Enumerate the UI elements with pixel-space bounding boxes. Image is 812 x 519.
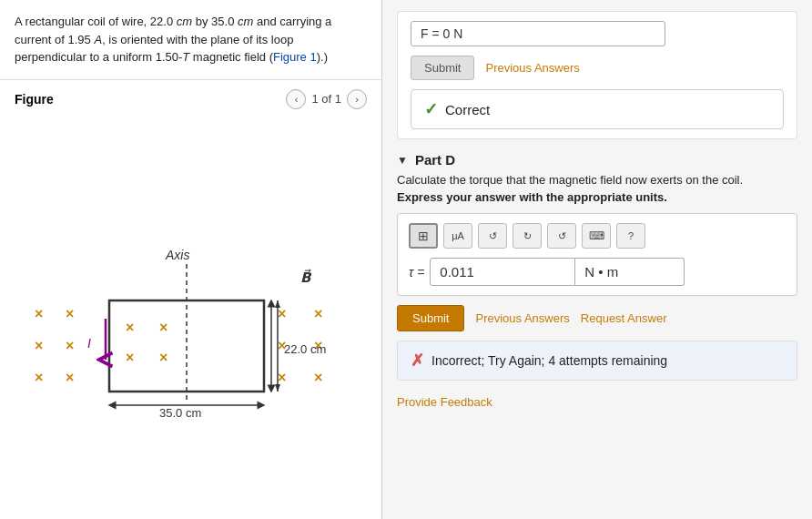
keyboard-button[interactable]: ⌨ [582,223,611,249]
incorrect-x-icon: ✗ [411,351,424,371]
unit-input-field[interactable] [575,258,685,286]
matrix-icon: ⊞ [418,229,429,243]
incorrect-badge: ✗ Incorrect; Try Again; 4 attempts remai… [397,341,797,381]
problem-statement: A rectangular coil of wire, 22.0 cm by 3… [15,15,331,64]
tau-label: τ = [409,265,424,280]
svg-marker-26 [275,300,280,308]
mu-icon: μA [452,230,464,241]
svg-text:×: × [66,370,74,385]
figure-nav: ‹ 1 of 1 › [286,89,367,109]
svg-text:×: × [126,320,134,335]
request-answer-link[interactable]: Request Answer [581,311,667,325]
svg-text:B⃗: B⃗ [300,269,312,285]
toolbar-row: ⊞ μA ↺ ↻ ↺ ⌨ ? [409,223,786,249]
part-d-header: ▼ Part D [382,139,812,173]
feedback-link[interactable]: Provide Feedback [382,386,812,409]
figure-diagram: × × × × × × × × × × × × × × × [15,118,367,511]
previous-answers-link-part-d[interactable]: Previous Answers [475,311,569,325]
answer-box: ⊞ μA ↺ ↻ ↺ ⌨ ? [397,213,797,296]
correct-checkmark-icon: ✓ [424,99,438,119]
matrix-tool-button[interactable]: ⊞ [409,223,438,249]
figure-next-button[interactable]: › [347,89,367,109]
answer-input-row: τ = [409,258,786,286]
redo-button[interactable]: ↻ [513,223,542,249]
correct-badge: ✓ Correct [411,89,784,129]
svg-text:×: × [35,338,43,353]
svg-text:×: × [278,306,286,321]
part-d-description: Calculate the torque that the magnetic f… [397,173,797,187]
figure-counter: 1 of 1 [311,92,341,106]
part-d-title: Part D [415,152,455,168]
part-d-body: Calculate the torque that the magnetic f… [382,173,812,386]
svg-text:×: × [35,306,43,321]
help-icon: ? [628,230,634,241]
right-panel: Submit Previous Answers ✓ Correct ▼ Part… [382,0,812,519]
reset-icon: ↺ [558,230,566,242]
svg-text:×: × [66,338,74,353]
keyboard-icon: ⌨ [589,229,604,242]
svg-text:35.0 cm: 35.0 cm [159,406,201,419]
svg-text:×: × [159,320,167,335]
submit-row-part-d: Submit Previous Answers Request Answer [397,305,797,331]
figure-title: Figure [15,92,54,107]
problem-text: A rectangular coil of wire, 22.0 cm by 3… [0,0,381,80]
left-panel: A rectangular coil of wire, 22.0 cm by 3… [0,0,382,519]
svg-text:×: × [278,370,286,385]
svg-text:×: × [314,306,322,321]
figure-section: Figure ‹ 1 of 1 › × × × × × × [0,80,381,520]
correct-section: Submit Previous Answers ✓ Correct [397,11,797,139]
part-d-expand-icon[interactable]: ▼ [397,154,408,167]
figure-link[interactable]: Figure 1 [273,50,317,64]
svg-text:×: × [159,350,167,365]
undo-icon: ↺ [489,230,497,242]
answer-display-row [411,21,784,46]
svg-text:×: × [126,350,134,365]
svg-text:×: × [35,370,43,385]
svg-text:×: × [314,370,322,385]
answer-input-field[interactable] [430,258,575,286]
svg-text:22.0 cm: 22.0 cm [284,342,326,356]
answer-display-input[interactable] [411,21,665,46]
help-button[interactable]: ? [616,223,645,249]
figure-prev-button[interactable]: ‹ [286,89,306,109]
undo-button[interactable]: ↺ [478,223,507,249]
svg-text:Axis: Axis [165,248,189,262]
mu-tool-button[interactable]: μA [443,223,472,249]
part-d-unit-instruction: Express your answer with the appropriate… [397,190,797,204]
svg-text:×: × [66,306,74,321]
submit-row-top: Submit Previous Answers [411,56,784,80]
figure-header: Figure ‹ 1 of 1 › [15,89,367,109]
submit-button-top: Submit [411,56,474,80]
svg-marker-27 [275,384,280,392]
incorrect-label: Incorrect; Try Again; 4 attempts remaini… [431,353,667,368]
svg-text:I: I [87,336,91,351]
correct-label: Correct [445,102,490,117]
reset-button[interactable]: ↺ [547,223,576,249]
coil-diagram: × × × × × × × × × × × × × × × [18,209,364,419]
previous-answers-link-top[interactable]: Previous Answers [485,61,579,75]
redo-icon: ↻ [523,230,532,242]
submit-button-part-d[interactable]: Submit [397,305,464,331]
